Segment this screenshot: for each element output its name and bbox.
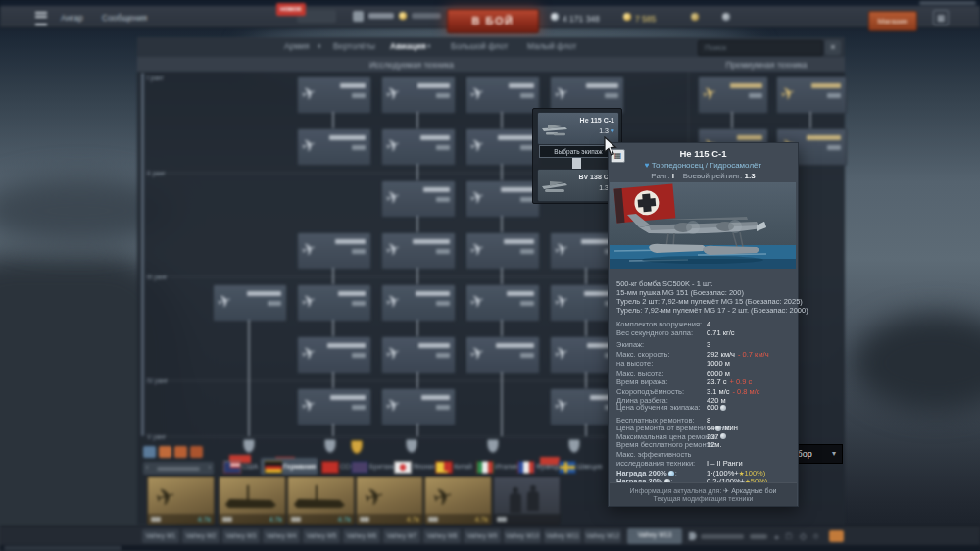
flag-swe-icon[interactable] <box>559 461 576 474</box>
tree-vehicle-card[interactable]: ✈ <box>466 336 540 374</box>
event-badge: НОВОЕ <box>276 3 306 16</box>
taskbar-button[interactable]: Valhey W6 <box>343 529 380 543</box>
shop-card-ship[interactable]: 4.7k <box>219 476 286 525</box>
flag-jap-icon[interactable] <box>394 461 412 474</box>
flag-fra-icon[interactable] <box>517 461 535 474</box>
premium-vehicle-card[interactable]: ✈ <box>776 76 847 114</box>
taskbar-button[interactable]: Valhey W2 <box>182 529 220 543</box>
golden-eagles-amount[interactable]: 7 585 <box>635 14 656 24</box>
menu-hangar[interactable]: Ангар <box>61 13 83 23</box>
taskbar-button[interactable]: Valhey W4 <box>263 529 300 543</box>
filter-icon-button[interactable] <box>159 446 172 458</box>
close-icon[interactable]: × <box>825 40 841 55</box>
window-icon[interactable]: □ <box>786 531 791 541</box>
tree-scrollbar[interactable] <box>141 73 144 436</box>
nation-tab-swe[interactable]: Швеция <box>577 463 603 470</box>
shop-card-ship[interactable]: 4.7k <box>287 476 355 525</box>
nation-tab-chn[interactable]: Китай <box>454 463 472 470</box>
chevron-right-icon[interactable]: › <box>209 464 211 471</box>
tree-vehicle-card[interactable]: ✈ <box>381 180 456 218</box>
flag-ussr-icon[interactable] <box>321 461 339 474</box>
globe-icon[interactable]: ○ <box>813 531 818 541</box>
taskbar-button[interactable]: Valhey W9 <box>464 529 501 543</box>
tree-vehicle-card[interactable]: ✈ <box>466 180 540 218</box>
taskbar-button[interactable]: Valhey W5 <box>303 529 340 543</box>
taskbar-button[interactable]: Valhey W11 <box>544 529 581 543</box>
plane-icon: ✈ <box>299 289 318 313</box>
nation-tab-ger[interactable]: Германия <box>283 463 316 470</box>
filter-icon-button[interactable] <box>143 446 156 458</box>
tree-vehicle-card[interactable]: ✈ <box>297 76 371 114</box>
plane-icon: ✈ <box>299 133 318 157</box>
filter-icon-button[interactable] <box>174 446 187 458</box>
tree-vehicle-card[interactable]: ✈ <box>381 388 456 426</box>
tab-Большой флот[interactable]: Большой флот <box>451 41 508 51</box>
silver-lions-amount[interactable]: 4 171 348 <box>563 14 600 24</box>
stack-icon[interactable]: ◇ <box>800 531 807 541</box>
mode-selector[interactable]: ‹› <box>143 462 214 475</box>
reward-label: Награда 200%: <box>616 469 677 477</box>
tab-Малый флот[interactable]: Малый флот <box>527 41 576 51</box>
tree-vehicle-card[interactable]: ✈ <box>466 284 540 322</box>
taskbar-button[interactable]: Valhey W8 <box>423 529 461 543</box>
premium-vehicle-card[interactable]: ✈ <box>698 76 768 114</box>
player-title-text <box>412 13 441 19</box>
tree-vehicle-card[interactable]: ✈ <box>466 76 540 114</box>
chevron-left-icon[interactable]: ‹ <box>146 464 148 471</box>
tree-vehicle-card[interactable]: ✈ <box>297 284 371 322</box>
notification-button[interactable] <box>829 530 844 542</box>
silver-lions-icon <box>551 13 559 21</box>
settings-icon[interactable]: ▦ <box>933 10 949 25</box>
filter-icon-button[interactable] <box>190 446 203 458</box>
tree-vehicle-card[interactable]: ✈ <box>381 336 456 374</box>
menu-messages[interactable]: Сообщения <box>102 13 147 23</box>
flag-ita-icon[interactable] <box>476 461 494 474</box>
tree-vehicle-card[interactable]: ✈ <box>297 388 371 426</box>
tab-Армия[interactable]: Армия <box>284 41 310 51</box>
player-name-text[interactable] <box>368 13 394 19</box>
flag-usa-icon[interactable] <box>223 461 241 474</box>
nation-tab-usa[interactable]: США <box>242 463 258 470</box>
shop-card-plane[interactable]: ✈4.7k <box>356 476 423 525</box>
card-price: 4.7k <box>407 516 419 523</box>
tree-vehicle-card[interactable]: ✈ <box>381 128 456 166</box>
flag-chn-icon[interactable] <box>435 461 453 474</box>
tree-vehicle-card[interactable]: ✈ <box>381 76 456 114</box>
tree-vehicle-card[interactable]: ✈ <box>381 232 456 270</box>
taskbar-button[interactable]: Valhey W12 <box>584 529 621 543</box>
taskbar-button[interactable]: Valhey W3 <box>222 529 260 543</box>
to-battle-button[interactable]: В БОЙ <box>447 9 539 33</box>
taskbar-button[interactable]: Valhey W1 <box>142 529 179 543</box>
nation-tab-ita[interactable]: Италия <box>495 463 518 470</box>
tab-Вертолёты[interactable]: Вертолёты <box>333 41 375 51</box>
taskbar-button[interactable]: Valhey W7 <box>383 529 420 543</box>
shop-card-plane[interactable]: ✈4.7k <box>424 476 492 525</box>
tooltip-title: He 115 C-1 <box>609 148 798 159</box>
flag-uk-icon[interactable] <box>351 461 368 474</box>
chat-channel-text[interactable] <box>701 534 744 539</box>
chat-tag-icon[interactable] <box>689 532 697 540</box>
taskbar-button-active[interactable]: Valhey W13 <box>627 528 682 544</box>
shop-card-plane[interactable]: ✈4.7k <box>147 476 215 525</box>
taskbar-button[interactable]: Valhey W10 <box>504 529 541 543</box>
status-text <box>750 534 767 539</box>
tree-vehicle-card[interactable]: ✈ <box>297 336 371 374</box>
tree-vehicle-card[interactable]: ✈ <box>466 232 540 270</box>
tree-connector-line <box>501 320 503 336</box>
vehicle-name-blur <box>418 343 450 348</box>
tab-Авиация[interactable]: Авиация <box>390 41 426 51</box>
rank-separator <box>157 380 684 381</box>
tree-vehicle-card[interactable]: ✈ <box>213 284 287 322</box>
flag-ger-icon[interactable] <box>265 461 282 474</box>
filter-funnel-icon: ♦ <box>427 42 431 49</box>
nation-tab-jap[interactable]: Япония <box>413 463 436 470</box>
add-icon[interactable]: ＋ <box>772 531 781 544</box>
shop-card-crew[interactable] <box>493 476 561 525</box>
store-button[interactable]: Магазин <box>868 11 917 31</box>
tree-vehicle-card[interactable]: ✈ <box>466 128 540 166</box>
tree-vehicle-card[interactable]: ✈ <box>297 232 371 270</box>
tree-vehicle-card[interactable]: ✈ <box>297 128 371 166</box>
tree-vehicle-card[interactable]: ✈ <box>381 284 456 322</box>
search-input[interactable]: Поиск <box>698 40 823 56</box>
menu-icon[interactable] <box>35 12 47 25</box>
